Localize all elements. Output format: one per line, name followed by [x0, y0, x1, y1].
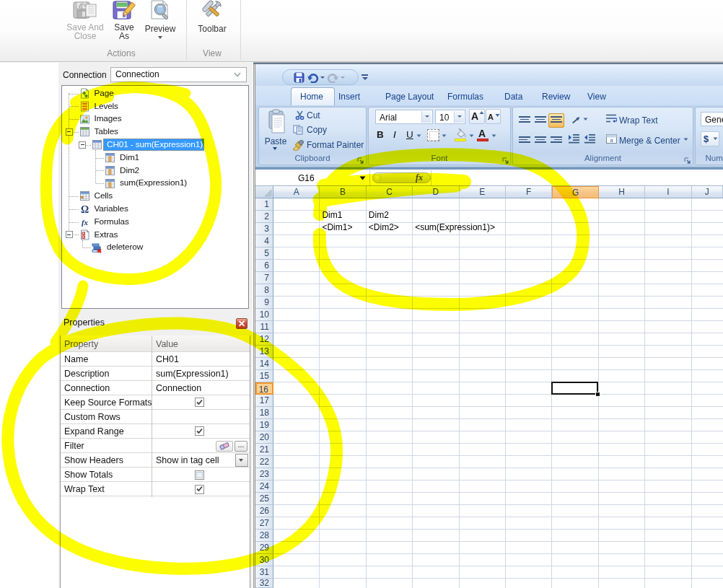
svg-text:Ω: Ω [81, 204, 89, 215]
svg-text:a: a [610, 137, 613, 144]
svg-text:fx: fx [82, 218, 89, 227]
